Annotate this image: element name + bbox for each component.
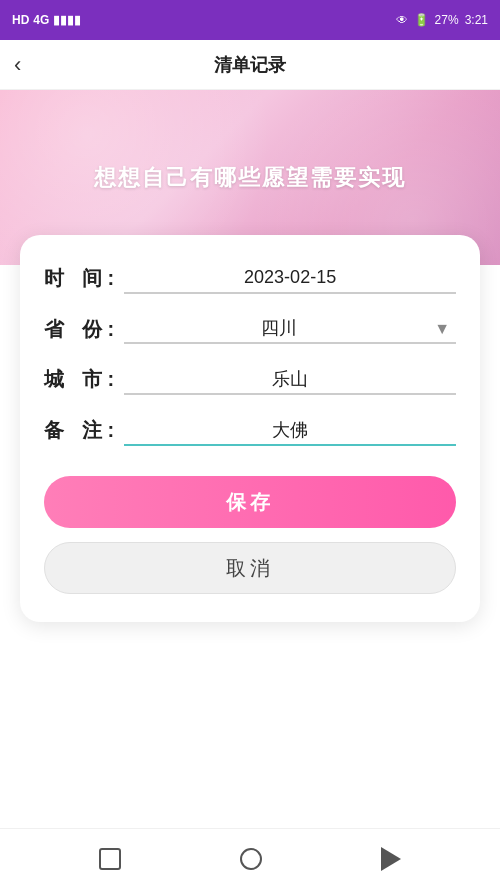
battery-icon: 🔋	[414, 13, 429, 27]
status-right: 👁 🔋 27% 3:21	[396, 13, 488, 27]
time-row: 时 间 :	[44, 263, 456, 294]
eye-icon: 👁	[396, 13, 408, 27]
hd-badge: HD	[12, 13, 29, 27]
back-triangle-icon[interactable]	[381, 847, 401, 871]
signal-icon: 4G	[33, 13, 49, 27]
province-select[interactable]: 四川 北京 上海 广东 浙江	[124, 314, 456, 344]
page-title: 清单记录	[214, 53, 286, 77]
status-left: HD 4G ▮▮▮▮	[12, 13, 81, 27]
signal-bars: ▮▮▮▮	[53, 13, 81, 27]
home-square-icon[interactable]	[99, 848, 121, 870]
banner-text: 想想自己有哪些愿望需要实现	[94, 163, 406, 193]
note-row: 备 注 :	[44, 415, 456, 446]
time-colon: :	[108, 267, 115, 290]
city-label: 城 市	[44, 366, 108, 393]
province-colon: :	[108, 318, 115, 341]
bottom-nav	[0, 828, 500, 888]
status-bar: HD 4G ▮▮▮▮ 👁 🔋 27% 3:21	[0, 0, 500, 40]
back-circle-icon[interactable]	[240, 848, 262, 870]
note-label: 备 注	[44, 417, 108, 444]
save-button[interactable]: 保存	[44, 476, 456, 528]
back-button[interactable]: ‹	[14, 54, 21, 76]
cancel-button[interactable]: 取消	[44, 542, 456, 594]
province-row: 省 份 : 四川 北京 上海 广东 浙江 ▼	[44, 314, 456, 344]
time-input[interactable]	[124, 263, 456, 294]
clock: 3:21	[465, 13, 488, 27]
battery-level: 27%	[435, 13, 459, 27]
top-nav: ‹ 清单记录	[0, 40, 500, 90]
city-colon: :	[108, 368, 115, 391]
form-card: 时 间 : 省 份 : 四川 北京 上海 广东 浙江 ▼ 城 市 : 备 注 :…	[20, 235, 480, 622]
time-label: 时 间	[44, 265, 108, 292]
city-row: 城 市 :	[44, 364, 456, 395]
note-colon: :	[108, 419, 115, 442]
province-label: 省 份	[44, 316, 108, 343]
city-input[interactable]	[124, 364, 456, 395]
province-select-wrapper: 四川 北京 上海 广东 浙江 ▼	[124, 314, 456, 344]
note-input[interactable]	[124, 415, 456, 446]
